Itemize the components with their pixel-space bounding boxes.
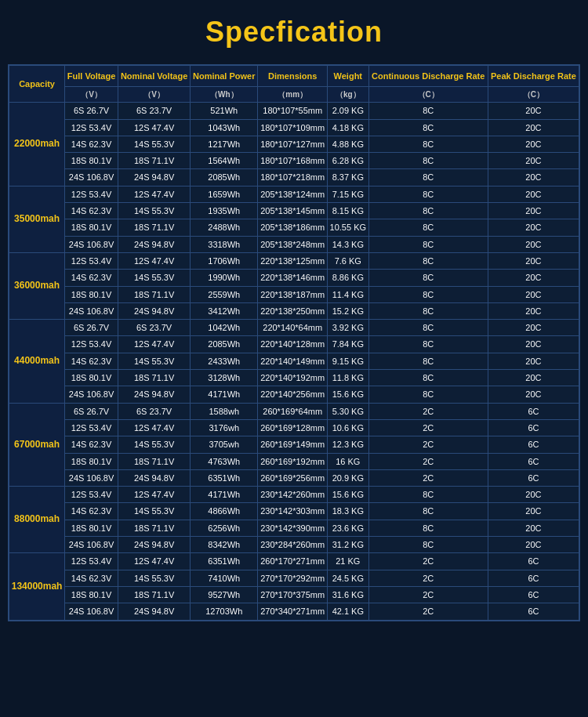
nom_v-cell: 14S 55.3V [118,270,190,286]
table-row: 18S 80.1V18S 71.1V2559Wh220*138*187mm11.… [9,286,579,302]
power-cell: 4866Wh [191,503,258,520]
spec-table: Capacity Full Voltage Nominal Voltage No… [9,65,579,621]
weight-cell: 4.18 KG [328,119,369,136]
full_v-cell: 24S 106.8V [65,302,118,319]
header-unit-wh: （Wh） [191,87,258,103]
weight-cell: 31.2 KG [328,537,369,553]
pdr-cell: 20C [488,336,579,353]
nom_v-cell: 24S 94.8V [118,603,190,620]
nom_v-cell: 14S 55.3V [118,203,190,219]
dim-cell: 230*142*390mm [258,520,328,536]
pdr-cell: 6C [488,403,579,419]
table-row: 14S 62.3V14S 55.3V1935Wh205*138*145mm8.1… [9,203,579,219]
dim-cell: 180*107*168mm [258,153,328,169]
dim-cell: 260*169*256mm [258,469,328,486]
full_v-cell: 6S 26.7V [65,103,118,119]
pdr-cell: 20C [488,386,579,403]
power-cell: 521Wh [191,103,258,119]
dim-cell: 270*170*375mm [258,586,328,603]
nom_v-cell: 6S 23.7V [118,403,190,419]
full_v-cell: 14S 62.3V [65,136,118,152]
power-cell: 1659Wh [191,186,258,202]
weight-cell: 12.3 KG [328,436,369,453]
weight-cell: 15.2 KG [328,302,369,319]
pdr-cell: 6C [488,453,579,469]
table-row: 44000mah6S 26.7V6S 23.7V1042Wh220*140*64… [9,320,579,336]
nom_v-cell: 18S 71.1V [118,370,190,386]
header-weight: Weight [328,66,369,87]
table-row: 134000mah12S 53.4V12S 47.4V6351Wh260*170… [9,553,579,570]
power-cell: 2085Wh [191,169,258,186]
power-cell: 4171Wh [191,386,258,403]
dim-cell: 180*107*218mm [258,169,328,186]
power-cell: 1217Wh [191,136,258,152]
full_v-cell: 18S 80.1V [65,219,118,236]
full_v-cell: 12S 53.4V [65,119,118,136]
dim-cell: 260*169*149mm [258,436,328,453]
weight-cell: 18.3 KG [328,503,369,520]
weight-cell: 10.55 KG [328,219,369,236]
cdr-cell: 8C [368,336,488,353]
weight-cell: 11.4 KG [328,286,369,302]
full_v-cell: 24S 106.8V [65,169,118,186]
power-cell: 3128Wh [191,370,258,386]
capacity-cell: 36000mah [9,252,65,319]
dim-cell: 220*140*149mm [258,353,328,369]
pdr-cell: 20C [488,286,579,302]
table-row: 12S 53.4V12S 47.4V2085Wh220*140*128mm7.8… [9,336,579,353]
power-cell: 8342Wh [191,537,258,553]
pdr-cell: 20C [488,320,579,336]
power-cell: 2488Wh [191,219,258,236]
weight-cell: 42.1 KG [328,603,369,620]
nom_v-cell: 12S 47.4V [118,553,190,570]
pdr-cell: 20C [488,487,579,503]
nom_v-cell: 18S 71.1V [118,520,190,536]
full_v-cell: 6S 26.7V [65,403,118,419]
cdr-cell: 8C [368,119,488,136]
full_v-cell: 18S 80.1V [65,453,118,469]
power-cell: 9527Wh [191,586,258,603]
power-cell: 6256Wh [191,520,258,536]
full_v-cell: 18S 80.1V [65,286,118,302]
dim-cell: 205*138*186mm [258,219,328,236]
cdr-cell: 8C [368,153,488,169]
weight-cell: 24.5 KG [328,570,369,586]
weight-cell: 15.6 KG [328,487,369,503]
cdr-cell: 8C [368,386,488,403]
full_v-cell: 24S 106.8V [65,603,118,620]
weight-cell: 7.84 KG [328,336,369,353]
pdr-cell: 6C [488,570,579,586]
header-full-voltage: Full Voltage [65,66,118,87]
table-row: 12S 53.4V12S 47.4V1043Wh180*107*109mm4.1… [9,119,579,136]
power-cell: 2085Wh [191,336,258,353]
nom_v-cell: 24S 94.8V [118,469,190,486]
table-row: 14S 62.3V14S 55.3V1990Wh220*138*146mm8.8… [9,270,579,286]
nom_v-cell: 18S 71.1V [118,219,190,236]
weight-cell: 23.6 KG [328,520,369,536]
spec-table-container: Capacity Full Voltage Nominal Voltage No… [8,64,580,621]
table-row: 24S 106.8V24S 94.8V6351Wh260*169*256mm20… [9,469,579,486]
full_v-cell: 24S 106.8V [65,469,118,486]
power-cell: 1935Wh [191,203,258,219]
table-row: 18S 80.1V18S 71.1V9527Wh270*170*375mm31.… [9,586,579,603]
power-cell: 4171Wh [191,487,258,503]
nom_v-cell: 6S 23.7V [118,320,190,336]
pdr-cell: 20C [488,353,579,369]
cdr-cell: 8C [368,370,488,386]
dim-cell: 270*340*271mm [258,603,328,620]
dim-cell: 230*142*260mm [258,487,328,503]
table-row: 24S 106.8V24S 94.8V3318Wh205*138*248mm14… [9,236,579,252]
pdr-cell: 20C [488,119,579,136]
weight-cell: 4.88 KG [328,136,369,152]
full_v-cell: 14S 62.3V [65,503,118,520]
capacity-cell: 67000mah [9,403,65,486]
nom_v-cell: 18S 71.1V [118,453,190,469]
cdr-cell: 2C [368,453,488,469]
full_v-cell: 18S 80.1V [65,153,118,169]
dim-cell: 180*107*55mm [258,103,328,119]
dim-cell: 220*140*256mm [258,386,328,403]
table-row: 12S 53.4V12S 47.4V3176wh260*169*128mm10.… [9,419,579,436]
dim-cell: 260*169*192mm [258,453,328,469]
table-row: 24S 106.8V24S 94.8V12703Wh270*340*271mm4… [9,603,579,620]
pdr-cell: 20C [488,270,579,286]
